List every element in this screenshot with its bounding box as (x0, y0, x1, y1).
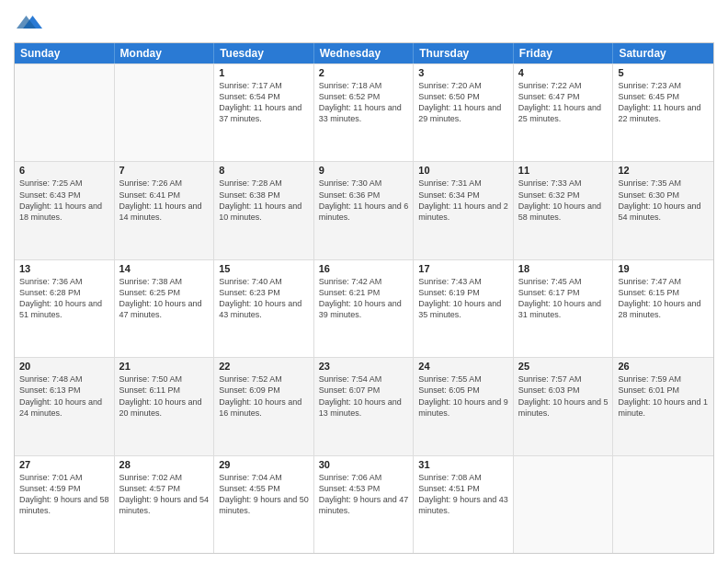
calendar-cell-day-29: 29Sunrise: 7:04 AM Sunset: 4:55 PM Dayli… (214, 456, 314, 553)
day-details: Sunrise: 7:31 AM Sunset: 6:34 PM Dayligh… (418, 178, 508, 223)
weekday-header-tuesday: Tuesday (214, 43, 314, 63)
calendar-cell-day-16: 16Sunrise: 7:42 AM Sunset: 6:21 PM Dayli… (314, 260, 415, 357)
logo-icon (17, 9, 42, 35)
logo (14, 9, 42, 35)
calendar-cell-day-21: 21Sunrise: 7:50 AM Sunset: 6:11 PM Dayli… (115, 358, 215, 454)
day-number: 15 (219, 263, 309, 274)
day-details: Sunrise: 7:04 AM Sunset: 4:55 PM Dayligh… (219, 472, 309, 517)
day-number: 29 (219, 459, 309, 470)
day-number: 4 (518, 67, 609, 78)
day-details: Sunrise: 7:28 AM Sunset: 6:38 PM Dayligh… (219, 178, 309, 223)
day-details: Sunrise: 7:06 AM Sunset: 4:53 PM Dayligh… (319, 472, 409, 517)
day-number: 16 (319, 263, 409, 274)
calendar-cell-day-1: 1Sunrise: 7:17 AM Sunset: 6:54 PM Daylig… (214, 64, 314, 161)
day-number: 27 (19, 459, 109, 470)
day-number: 25 (518, 361, 609, 372)
day-details: Sunrise: 7:57 AM Sunset: 6:03 PM Dayligh… (518, 373, 609, 419)
calendar-cell-day-10: 10Sunrise: 7:31 AM Sunset: 6:34 PM Dayli… (414, 162, 514, 259)
calendar-cell-empty (613, 456, 713, 553)
day-number: 31 (418, 459, 508, 470)
day-details: Sunrise: 7:59 AM Sunset: 6:01 PM Dayligh… (618, 373, 709, 419)
calendar-cell-day-28: 28Sunrise: 7:02 AM Sunset: 4:57 PM Dayli… (115, 456, 215, 553)
day-details: Sunrise: 7:38 AM Sunset: 6:25 PM Dayligh… (119, 276, 210, 321)
day-number: 22 (219, 361, 309, 372)
day-number: 7 (119, 165, 210, 176)
weekday-header-friday: Friday (514, 43, 614, 63)
day-details: Sunrise: 7:20 AM Sunset: 6:50 PM Dayligh… (418, 80, 508, 125)
day-details: Sunrise: 7:54 AM Sunset: 6:07 PM Dayligh… (319, 373, 409, 419)
calendar-cell-day-18: 18Sunrise: 7:45 AM Sunset: 6:17 PM Dayli… (514, 260, 614, 357)
weekday-header-monday: Monday (115, 43, 215, 63)
calendar-row-2: 6Sunrise: 7:25 AM Sunset: 6:43 PM Daylig… (15, 161, 713, 259)
day-details: Sunrise: 7:35 AM Sunset: 6:30 PM Dayligh… (618, 178, 709, 223)
day-number: 24 (418, 361, 508, 372)
day-number: 13 (19, 263, 109, 274)
calendar-cell-day-24: 24Sunrise: 7:55 AM Sunset: 6:05 PM Dayli… (414, 358, 514, 454)
calendar-cell-empty (115, 64, 215, 161)
calendar-cell-day-13: 13Sunrise: 7:36 AM Sunset: 6:28 PM Dayli… (15, 260, 115, 357)
day-details: Sunrise: 7:22 AM Sunset: 6:47 PM Dayligh… (518, 80, 609, 125)
day-number: 9 (319, 165, 409, 176)
day-number: 17 (418, 263, 508, 274)
day-details: Sunrise: 7:33 AM Sunset: 6:32 PM Dayligh… (518, 178, 609, 223)
weekday-header-wednesday: Wednesday (314, 43, 415, 63)
day-details: Sunrise: 7:52 AM Sunset: 6:09 PM Dayligh… (219, 373, 309, 419)
calendar-cell-day-7: 7Sunrise: 7:26 AM Sunset: 6:41 PM Daylig… (115, 162, 215, 259)
calendar-cell-day-30: 30Sunrise: 7:06 AM Sunset: 4:53 PM Dayli… (314, 456, 415, 553)
calendar-row-5: 27Sunrise: 7:01 AM Sunset: 4:59 PM Dayli… (15, 455, 713, 553)
day-details: Sunrise: 7:55 AM Sunset: 6:05 PM Dayligh… (418, 373, 508, 419)
day-number: 8 (219, 165, 309, 176)
calendar-cell-day-27: 27Sunrise: 7:01 AM Sunset: 4:59 PM Dayli… (15, 456, 115, 553)
calendar-cell-day-8: 8Sunrise: 7:28 AM Sunset: 6:38 PM Daylig… (214, 162, 314, 259)
calendar-row-4: 20Sunrise: 7:48 AM Sunset: 6:13 PM Dayli… (15, 357, 713, 454)
day-details: Sunrise: 7:26 AM Sunset: 6:41 PM Dayligh… (119, 178, 210, 223)
day-number: 5 (618, 67, 709, 78)
calendar-cell-day-12: 12Sunrise: 7:35 AM Sunset: 6:30 PM Dayli… (613, 162, 713, 259)
day-number: 30 (319, 459, 409, 470)
day-details: Sunrise: 7:50 AM Sunset: 6:11 PM Dayligh… (119, 373, 210, 419)
calendar-cell-day-14: 14Sunrise: 7:38 AM Sunset: 6:25 PM Dayli… (115, 260, 215, 357)
calendar-body: 1Sunrise: 7:17 AM Sunset: 6:54 PM Daylig… (15, 63, 713, 553)
day-details: Sunrise: 7:18 AM Sunset: 6:52 PM Dayligh… (319, 80, 409, 125)
day-number: 19 (618, 263, 709, 274)
day-number: 11 (518, 165, 609, 176)
day-details: Sunrise: 7:30 AM Sunset: 6:36 PM Dayligh… (319, 178, 409, 223)
day-details: Sunrise: 7:01 AM Sunset: 4:59 PM Dayligh… (19, 472, 109, 517)
calendar-cell-day-31: 31Sunrise: 7:08 AM Sunset: 4:51 PM Dayli… (414, 456, 514, 553)
day-number: 12 (618, 165, 709, 176)
day-details: Sunrise: 7:48 AM Sunset: 6:13 PM Dayligh… (19, 373, 109, 419)
calendar-cell-day-17: 17Sunrise: 7:43 AM Sunset: 6:19 PM Dayli… (414, 260, 514, 357)
day-details: Sunrise: 7:47 AM Sunset: 6:15 PM Dayligh… (618, 276, 709, 321)
calendar-cell-day-26: 26Sunrise: 7:59 AM Sunset: 6:01 PM Dayli… (613, 358, 713, 454)
calendar-row-3: 13Sunrise: 7:36 AM Sunset: 6:28 PM Dayli… (15, 259, 713, 357)
day-number: 18 (518, 263, 609, 274)
calendar-cell-day-9: 9Sunrise: 7:30 AM Sunset: 6:36 PM Daylig… (314, 162, 415, 259)
calendar-cell-day-11: 11Sunrise: 7:33 AM Sunset: 6:32 PM Dayli… (514, 162, 614, 259)
calendar-cell-day-15: 15Sunrise: 7:40 AM Sunset: 6:23 PM Dayli… (214, 260, 314, 357)
calendar-cell-day-2: 2Sunrise: 7:18 AM Sunset: 6:52 PM Daylig… (314, 64, 415, 161)
calendar-cell-empty (15, 64, 115, 161)
day-details: Sunrise: 7:17 AM Sunset: 6:54 PM Dayligh… (219, 80, 309, 125)
day-details: Sunrise: 7:23 AM Sunset: 6:45 PM Dayligh… (618, 80, 709, 125)
weekday-header-thursday: Thursday (414, 43, 514, 63)
calendar-row-1: 1Sunrise: 7:17 AM Sunset: 6:54 PM Daylig… (15, 63, 713, 161)
day-details: Sunrise: 7:25 AM Sunset: 6:43 PM Dayligh… (19, 178, 109, 223)
day-number: 23 (319, 361, 409, 372)
calendar-cell-day-25: 25Sunrise: 7:57 AM Sunset: 6:03 PM Dayli… (514, 358, 614, 454)
calendar-cell-day-23: 23Sunrise: 7:54 AM Sunset: 6:07 PM Dayli… (314, 358, 415, 454)
calendar-cell-day-4: 4Sunrise: 7:22 AM Sunset: 6:47 PM Daylig… (514, 64, 614, 161)
calendar-cell-day-20: 20Sunrise: 7:48 AM Sunset: 6:13 PM Dayli… (15, 358, 115, 454)
page-header (14, 9, 714, 35)
day-details: Sunrise: 7:43 AM Sunset: 6:19 PM Dayligh… (418, 276, 508, 321)
day-number: 10 (418, 165, 508, 176)
weekday-header-sunday: Sunday (15, 43, 115, 63)
day-details: Sunrise: 7:08 AM Sunset: 4:51 PM Dayligh… (418, 472, 508, 517)
calendar-cell-day-22: 22Sunrise: 7:52 AM Sunset: 6:09 PM Dayli… (214, 358, 314, 454)
calendar-cell-day-6: 6Sunrise: 7:25 AM Sunset: 6:43 PM Daylig… (15, 162, 115, 259)
calendar-cell-day-3: 3Sunrise: 7:20 AM Sunset: 6:50 PM Daylig… (414, 64, 514, 161)
day-number: 20 (19, 361, 109, 372)
day-number: 2 (319, 67, 409, 78)
calendar: SundayMondayTuesdayWednesdayThursdayFrid… (14, 42, 714, 554)
calendar-header: SundayMondayTuesdayWednesdayThursdayFrid… (15, 43, 713, 63)
day-details: Sunrise: 7:36 AM Sunset: 6:28 PM Dayligh… (19, 276, 109, 321)
